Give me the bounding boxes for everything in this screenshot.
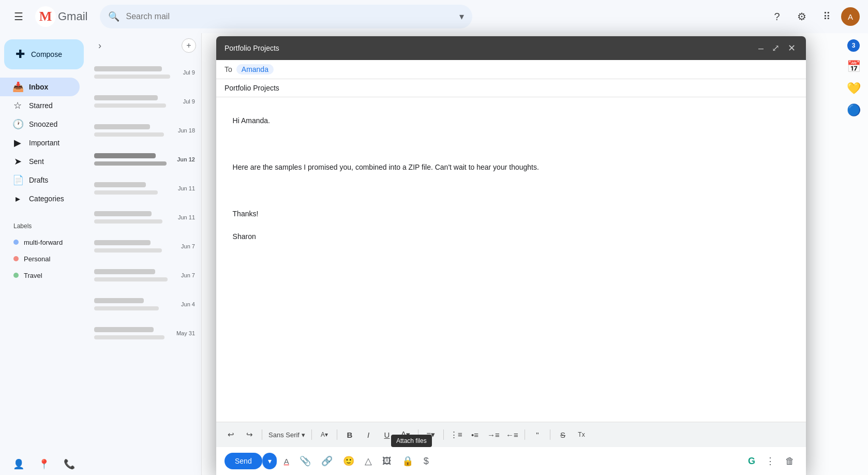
minimize-icon[interactable]: – xyxy=(756,42,766,55)
location-icon[interactable]: 📍 xyxy=(38,458,50,470)
sidebar-item-drafts[interactable]: 📄 Drafts xyxy=(0,171,80,189)
personal-dot xyxy=(13,256,19,261)
more-options-button[interactable]: ⋮ xyxy=(762,452,778,470)
search-bar[interactable]: 🔍 ▾ xyxy=(100,5,472,28)
email-row[interactable]: Jun 18 xyxy=(88,116,201,145)
settings-button[interactable]: ⚙ xyxy=(791,6,812,27)
text-color-tool[interactable]: A xyxy=(281,454,292,469)
body-line6: Sharon xyxy=(233,232,256,241)
menu-button[interactable]: ☰ xyxy=(8,6,29,27)
attach-files-button[interactable]: 📎 xyxy=(296,452,314,470)
strikethrough-button[interactable]: S xyxy=(555,426,571,443)
sent-icon: ➤ xyxy=(12,156,23,167)
topbar: ☰ M Gmail 🔍 ▾ ? ⚙ ⠿ A xyxy=(0,0,868,33)
remove-format-button[interactable]: Tx xyxy=(573,426,590,443)
emoji-button[interactable]: 🙂 xyxy=(340,452,357,470)
compose-subject-input[interactable] xyxy=(225,84,798,92)
label-item-multiforward[interactable]: multi-forward xyxy=(0,234,80,250)
grammarly-icon[interactable]: G xyxy=(745,453,758,470)
toolbar-sep-7 xyxy=(550,429,550,440)
sidebar-item-important[interactable]: ▶ Important xyxy=(0,133,80,152)
confidential-button[interactable]: 🔒 xyxy=(399,452,416,470)
important-label: Important xyxy=(29,139,59,147)
outdent-button[interactable]: ←≡ xyxy=(504,426,520,443)
email-date-4: Jun 12 xyxy=(177,156,195,162)
to-chip[interactable]: Amanda xyxy=(236,64,274,75)
drive-button[interactable]: △ xyxy=(362,452,375,470)
body-line1: Hi Amanda. xyxy=(233,116,270,125)
redo-button[interactable]: ↪ xyxy=(241,426,258,443)
insert-link-button[interactable]: 🔗 xyxy=(318,452,336,470)
email-date-1: Jul 9 xyxy=(183,69,195,76)
unordered-list-button[interactable]: •≡ xyxy=(467,426,483,443)
email-row[interactable]: May 31 xyxy=(88,319,201,348)
help-button[interactable]: ? xyxy=(767,6,787,27)
email-subject-placeholder xyxy=(94,75,170,79)
email-date-2: Jul 9 xyxy=(183,98,195,105)
search-dropdown-icon[interactable]: ▾ xyxy=(459,11,464,22)
sidebar-item-inbox[interactable]: 📥 Inbox xyxy=(0,78,80,96)
label-item-personal[interactable]: Personal xyxy=(0,250,80,267)
right-panel-icon-3[interactable]: 🔵 xyxy=(847,103,861,117)
send-dropdown-button[interactable]: ▾ xyxy=(262,453,277,469)
email-row[interactable]: Jun 12 xyxy=(88,145,201,174)
avatar[interactable]: A xyxy=(841,7,860,26)
categories-icon: ▸ xyxy=(12,193,23,204)
email-row[interactable]: Jun 4 xyxy=(88,290,201,319)
notification-badge[interactable]: 3 xyxy=(847,39,860,52)
email-row[interactable]: Jul 9 xyxy=(88,87,201,116)
email-date-5: Jun 11 xyxy=(178,185,195,191)
labels-section-label: Labels xyxy=(0,218,40,232)
expand-icon[interactable]: › xyxy=(94,36,106,55)
ordered-list-button[interactable]: ⋮≡ xyxy=(448,426,465,443)
indent-button[interactable]: →≡ xyxy=(485,426,502,443)
delete-draft-button[interactable]: 🗑 xyxy=(782,453,798,470)
attach-files-tooltip: Attach files xyxy=(391,435,432,447)
compose-subject-row[interactable] xyxy=(216,79,806,97)
compose-to-value[interactable]: Amanda xyxy=(236,64,274,75)
sidebar-item-starred[interactable]: ☆ Starred xyxy=(0,96,80,115)
inbox-label: Inbox xyxy=(29,83,48,91)
blockquote-button[interactable]: " xyxy=(529,426,546,443)
email-row[interactable]: Jun 11 xyxy=(88,174,201,203)
close-compose-icon[interactable]: ✕ xyxy=(786,41,798,55)
email-date-10: May 31 xyxy=(176,330,195,336)
account-icon[interactable]: 👤 xyxy=(13,458,24,470)
right-panel-icon-2[interactable]: 💛 xyxy=(847,82,861,95)
apps-button[interactable]: ⠿ xyxy=(816,6,837,27)
phone-icon[interactable]: 📞 xyxy=(64,458,75,470)
signature-button[interactable]: $ xyxy=(421,453,432,470)
send-button[interactable]: Send xyxy=(225,453,262,469)
font-dropdown-icon[interactable]: ▾ xyxy=(302,431,305,439)
italic-button[interactable]: I xyxy=(360,426,377,443)
sidebar-item-sent[interactable]: ➤ Sent xyxy=(0,152,80,171)
undo-button[interactable]: ↩ xyxy=(222,426,239,443)
email-date-7: Jun 7 xyxy=(181,243,195,249)
add-email-button[interactable]: + xyxy=(182,38,196,53)
compose-toolbar: ↩ ↪ Sans Serif ▾ A▾ B I U A▾ ≡▾ ⋮≡ •≡ →≡… xyxy=(216,422,806,447)
compose-button[interactable]: ✚ Compose xyxy=(4,39,84,69)
label-item-travel[interactable]: Travel xyxy=(0,267,80,284)
right-panel-icon-1[interactable]: 📅 xyxy=(847,60,861,73)
font-size-button[interactable]: A▾ xyxy=(316,426,333,443)
snoozed-label: Snoozed xyxy=(29,120,57,128)
sidebar-item-categories[interactable]: ▸ Categories xyxy=(0,189,80,208)
compose-body[interactable]: Hi Amanda. Here are the samples I promis… xyxy=(216,97,806,422)
email-row[interactable]: Jun 7 xyxy=(88,261,201,290)
bold-button[interactable]: B xyxy=(341,426,358,443)
sidebar-item-snoozed[interactable]: 🕐 Snoozed xyxy=(0,115,80,133)
search-icon: 🔍 xyxy=(108,11,119,22)
email-row[interactable]: Jul 9 xyxy=(88,58,201,87)
topbar-left: ☰ M Gmail xyxy=(8,6,87,27)
photos-button[interactable]: 🖼 xyxy=(379,453,395,470)
font-select[interactable]: Sans Serif ▾ xyxy=(266,429,307,441)
email-row[interactable]: Jun 11 xyxy=(88,203,201,232)
search-input[interactable] xyxy=(126,12,453,21)
personal-label: Personal xyxy=(24,255,50,263)
compose-to-row: To Amanda xyxy=(216,60,806,79)
compose-title: Portfolio Projects xyxy=(225,44,279,52)
gmail-logo: M Gmail xyxy=(35,6,87,27)
email-row[interactable]: Jun 7 xyxy=(88,232,201,261)
email-sender-placeholder xyxy=(94,66,162,71)
expand-compose-icon[interactable]: ⤢ xyxy=(770,41,782,55)
